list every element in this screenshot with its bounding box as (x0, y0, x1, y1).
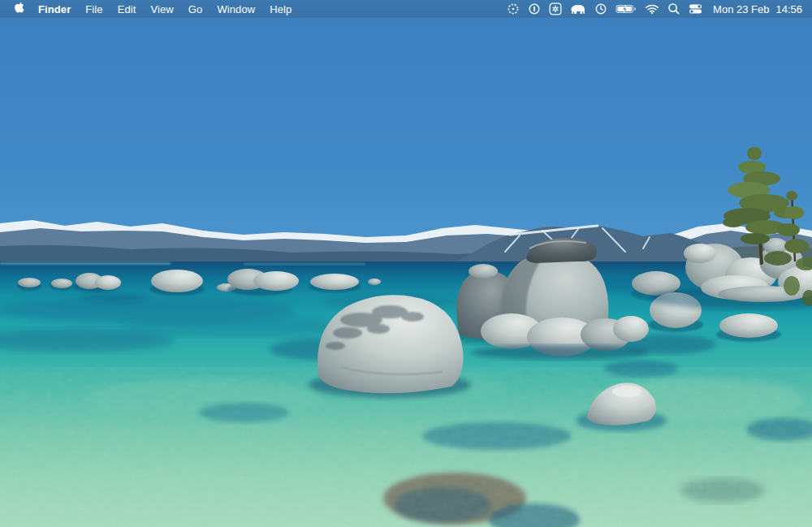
menu-view[interactable]: View (144, 0, 181, 18)
menu-bar-right: Mon 23 Feb 14:56 (503, 0, 812, 18)
menu-bar-left: Finder File Edit View Go Window Help (0, 0, 299, 18)
elephant-icon[interactable] (566, 0, 590, 18)
menu-window[interactable]: Window (209, 0, 262, 18)
menu-file[interactable]: File (78, 0, 110, 18)
dotted-dial-icon[interactable] (503, 0, 524, 18)
app-menu-finder[interactable]: Finder (31, 0, 78, 18)
menubar-clock[interactable]: Mon 23 Feb 14:56 (706, 3, 802, 15)
menu-help[interactable]: Help (262, 0, 299, 18)
clock-icon[interactable] (590, 0, 611, 18)
control-center-icon[interactable] (685, 0, 706, 18)
circle-pause-icon[interactable] (524, 0, 545, 18)
desktop-wallpaper (0, 18, 812, 527)
wifi-icon[interactable] (641, 0, 663, 18)
menubar-date: Mon 23 Feb (713, 3, 769, 15)
battery-charging-icon[interactable] (611, 0, 641, 18)
apple-icon (13, 2, 24, 17)
menu-bar: Finder File Edit View Go Window Help (0, 0, 812, 18)
gear-tile-icon[interactable] (545, 0, 566, 18)
apple-menu[interactable] (8, 0, 31, 18)
spotlight-search-icon[interactable] (663, 0, 685, 18)
menubar-time: 14:56 (775, 3, 802, 15)
menu-edit[interactable]: Edit (110, 0, 144, 18)
menu-go[interactable]: Go (181, 0, 210, 18)
